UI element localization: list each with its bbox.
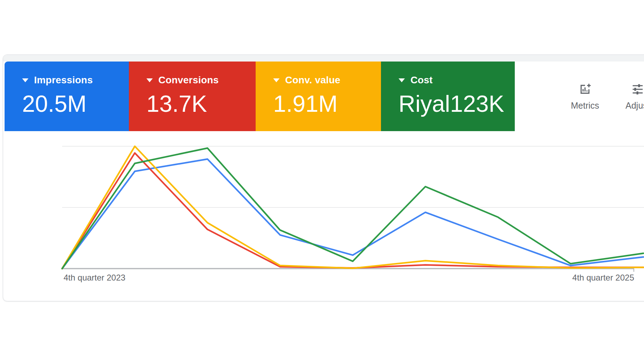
metric-chip-cost[interactable]: Cost Riyal123K (381, 62, 515, 131)
x-axis-label-first: 4th quarter 2023 (64, 274, 125, 282)
add-chart-icon (578, 83, 592, 96)
sliders-icon (631, 83, 644, 96)
metric-chip-value: 1.91M (273, 91, 381, 116)
chevron-down-icon (22, 78, 28, 82)
metric-chip-conv-value[interactable]: Conv. value 1.91M (256, 62, 381, 131)
performance-chart-card: Impressions 20.5M Conversions 13.7K Conv… (3, 54, 644, 301)
metric-chip-header: Impressions (22, 75, 129, 85)
chevron-down-icon (273, 78, 280, 82)
adjust-button-label: Adjust (625, 101, 644, 111)
adjust-button[interactable]: Adjust (616, 83, 644, 111)
card-top-strip (3, 55, 644, 62)
metrics-button-label: Metrics (571, 101, 599, 111)
metric-chip-label: Cost (410, 75, 433, 86)
x-axis-label-last: 4th quarter 2025 (572, 274, 634, 282)
metric-chip-header: Conversions (146, 75, 256, 85)
metric-chip-header: Cost (399, 75, 515, 85)
metrics-button[interactable]: Metrics (563, 83, 607, 111)
metric-chip-value: 20.5M (22, 91, 129, 116)
metric-chip-header: Conv. value (273, 75, 381, 85)
metric-chip-value: 13.7K (146, 91, 256, 116)
metric-chip-label: Impressions (34, 75, 93, 86)
metric-chip-conversions[interactable]: Conversions 13.7K (129, 62, 256, 131)
metric-chips-row: Impressions 20.5M Conversions 13.7K Conv… (5, 62, 515, 131)
chevron-down-icon (399, 78, 405, 82)
metric-chip-label: Conv. value (285, 75, 340, 86)
metric-chip-impressions[interactable]: Impressions 20.5M (5, 62, 129, 131)
metric-chip-label: Conversions (158, 75, 219, 86)
chevron-down-icon (146, 78, 153, 82)
metric-chip-value: Riyal123K (399, 91, 515, 116)
